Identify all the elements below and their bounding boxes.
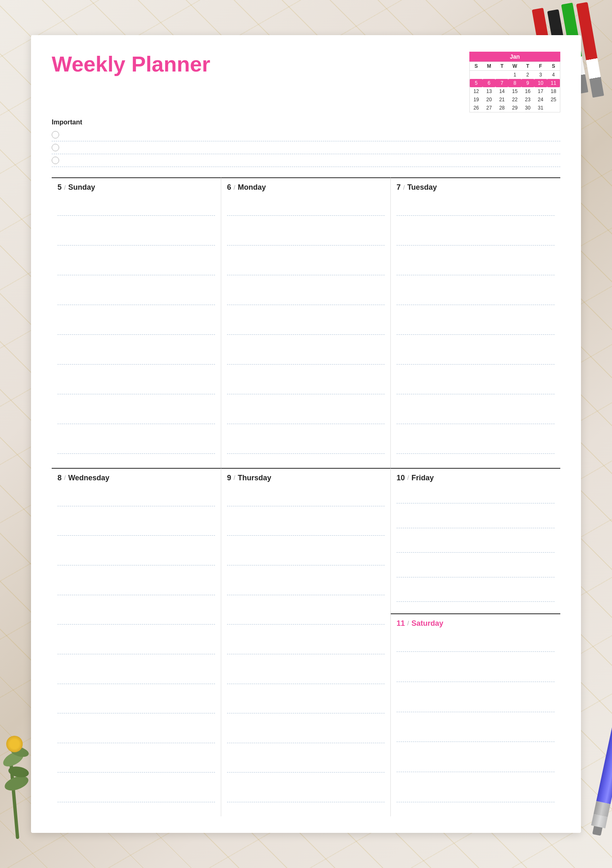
tuesday-line[interactable] bbox=[397, 383, 555, 394]
saturday-lines[interactable] bbox=[397, 631, 555, 811]
day-thursday-block: 9 / Thursday bbox=[221, 468, 391, 816]
planner-paper: Weekly Planner Jan S M T W T F S bbox=[31, 35, 581, 833]
saturday-line[interactable] bbox=[397, 670, 555, 682]
cal-day-21: 21 bbox=[495, 95, 508, 104]
thursday-line[interactable] bbox=[227, 495, 385, 506]
saturday-line[interactable] bbox=[397, 640, 555, 652]
wednesday-line[interactable] bbox=[57, 554, 215, 565]
friday-line[interactable] bbox=[397, 541, 555, 553]
monday-line[interactable] bbox=[227, 413, 385, 424]
sunday-lines[interactable] bbox=[57, 195, 215, 463]
cal-day-10: 10 bbox=[534, 79, 547, 87]
saturday-line[interactable] bbox=[397, 761, 555, 772]
sunday-line[interactable] bbox=[57, 204, 215, 216]
thursday-line[interactable] bbox=[227, 643, 385, 654]
friday-line[interactable] bbox=[397, 590, 555, 602]
wednesday-line[interactable] bbox=[57, 702, 215, 713]
monday-line[interactable] bbox=[227, 234, 385, 246]
cal-day-4: 4 bbox=[547, 71, 560, 79]
sunday-line[interactable] bbox=[57, 353, 215, 365]
important-item-3[interactable] bbox=[52, 154, 560, 167]
sunday-line[interactable] bbox=[57, 413, 215, 424]
cal-day-11: 11 bbox=[547, 79, 560, 87]
sunday-line[interactable] bbox=[57, 323, 215, 335]
monday-line[interactable] bbox=[227, 383, 385, 394]
cal-day-18: 18 bbox=[547, 87, 560, 95]
thursday-line[interactable] bbox=[227, 613, 385, 625]
wednesday-line[interactable] bbox=[57, 584, 215, 595]
cal-day-empty bbox=[483, 71, 495, 79]
checkbox-3[interactable] bbox=[52, 157, 59, 164]
monday-line[interactable] bbox=[227, 264, 385, 275]
thursday-lines[interactable] bbox=[227, 486, 385, 811]
saturday-line[interactable] bbox=[397, 791, 555, 802]
thursday-line[interactable] bbox=[227, 584, 385, 595]
thursday-line[interactable] bbox=[227, 761, 385, 773]
monday-lines[interactable] bbox=[227, 195, 385, 463]
checkbox-2[interactable] bbox=[52, 144, 59, 151]
wednesday-line[interactable] bbox=[57, 643, 215, 654]
sunday-line[interactable] bbox=[57, 383, 215, 394]
cal-day-20: 20 bbox=[483, 95, 495, 104]
cal-day-header-t2: T bbox=[521, 62, 534, 71]
tuesday-line[interactable] bbox=[397, 323, 555, 335]
wednesday-line[interactable] bbox=[57, 524, 215, 536]
sunday-line[interactable] bbox=[57, 234, 215, 246]
thursday-line[interactable] bbox=[227, 702, 385, 713]
saturday-line[interactable] bbox=[397, 730, 555, 742]
cal-day-30: 30 bbox=[521, 104, 534, 112]
monday-line[interactable] bbox=[227, 323, 385, 335]
saturday-slash: / bbox=[407, 620, 409, 627]
cal-day-7: 7 bbox=[495, 79, 508, 87]
monday-num: 6 bbox=[227, 183, 231, 192]
thursday-line[interactable] bbox=[227, 554, 385, 565]
wednesday-line[interactable] bbox=[57, 761, 215, 773]
friday-line[interactable] bbox=[397, 566, 555, 577]
sunday-header: 5 / Sunday bbox=[57, 183, 215, 192]
thursday-line[interactable] bbox=[227, 791, 385, 802]
wednesday-lines[interactable] bbox=[57, 486, 215, 811]
monday-name: Monday bbox=[238, 183, 266, 192]
important-item-1[interactable] bbox=[52, 129, 560, 141]
friday-line[interactable] bbox=[397, 492, 555, 503]
monday-line[interactable] bbox=[227, 442, 385, 454]
monday-line[interactable] bbox=[227, 293, 385, 305]
tuesday-num: 7 bbox=[397, 183, 401, 192]
cal-day-header-f: F bbox=[534, 62, 547, 71]
wednesday-line[interactable] bbox=[57, 732, 215, 743]
sunday-line[interactable] bbox=[57, 293, 215, 305]
thursday-line[interactable] bbox=[227, 672, 385, 684]
tuesday-header: 7 / Tuesday bbox=[397, 183, 555, 192]
cal-day-empty bbox=[547, 104, 560, 112]
saturday-header: 11 / Saturday bbox=[397, 619, 555, 628]
important-item-2[interactable] bbox=[52, 141, 560, 154]
sunday-line[interactable] bbox=[57, 442, 215, 454]
tuesday-line[interactable] bbox=[397, 353, 555, 365]
wednesday-line[interactable] bbox=[57, 613, 215, 625]
wednesday-line[interactable] bbox=[57, 791, 215, 802]
friday-line[interactable] bbox=[397, 517, 555, 528]
sunday-line[interactable] bbox=[57, 264, 215, 275]
tuesday-line[interactable] bbox=[397, 442, 555, 454]
days-grid: 5 / Sunday bbox=[52, 177, 560, 816]
wednesday-line[interactable] bbox=[57, 672, 215, 684]
cal-day-5: 5 bbox=[470, 79, 483, 87]
tuesday-lines[interactable] bbox=[397, 195, 555, 463]
thursday-line[interactable] bbox=[227, 524, 385, 536]
planner-header: Weekly Planner Jan S M T W T F S bbox=[52, 52, 560, 112]
friday-header: 10 / Friday bbox=[397, 474, 555, 482]
tuesday-line[interactable] bbox=[397, 413, 555, 424]
monday-line[interactable] bbox=[227, 353, 385, 365]
wednesday-line[interactable] bbox=[57, 495, 215, 506]
tuesday-line[interactable] bbox=[397, 204, 555, 216]
mini-calendar: Jan S M T W T F S 1 2 3 4 bbox=[469, 52, 560, 112]
thursday-line[interactable] bbox=[227, 732, 385, 743]
tuesday-line[interactable] bbox=[397, 293, 555, 305]
monday-line[interactable] bbox=[227, 204, 385, 216]
sunday-name: Sunday bbox=[68, 183, 95, 192]
checkbox-1[interactable] bbox=[52, 131, 59, 138]
saturday-line[interactable] bbox=[397, 701, 555, 712]
tuesday-line[interactable] bbox=[397, 264, 555, 275]
tuesday-line[interactable] bbox=[397, 234, 555, 246]
friday-lines[interactable] bbox=[397, 486, 555, 608]
